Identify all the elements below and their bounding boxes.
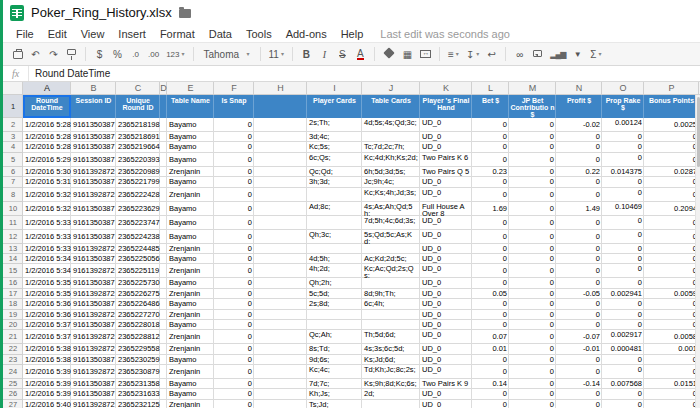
cell-O15[interactable]: 0 (602, 264, 644, 278)
row-header-3[interactable]: 3 (3, 132, 23, 142)
header-cell-E1[interactable]: Table Name (167, 95, 214, 118)
cell-J8[interactable]: Kc;Ks;4h;Jd;3s; (362, 188, 420, 202)
cell-L3[interactable]: 0 (472, 132, 509, 142)
cell-O13[interactable]: 0 (602, 244, 644, 254)
cell-E12[interactable]: Bayamo (167, 230, 214, 244)
row-header-27[interactable]: 27 (3, 400, 23, 408)
header-cell-M1[interactable]: JP Bet Contributio n $ (509, 95, 556, 118)
cell-I27[interactable]: Ts;Jd; (307, 400, 362, 408)
header-cell-F1[interactable]: Is Snap (214, 95, 254, 118)
cell-M4[interactable]: 0 (509, 142, 556, 152)
menu-file[interactable]: File (9, 28, 41, 40)
cell-E16[interactable]: Bayamo (167, 278, 214, 288)
cell-F8[interactable]: 0 (214, 188, 254, 202)
row-header-12[interactable]: 12 (3, 230, 23, 244)
cell-N23[interactable]: 0 (556, 355, 602, 365)
cell-C7[interactable]: 2365221799 (116, 177, 160, 187)
cell-L15[interactable]: 0 (472, 264, 509, 278)
cell-A8[interactable]: 1/2/2016 5:32: (23, 188, 71, 202)
vertical-align-button[interactable]: ↧▾ (463, 45, 482, 63)
cell-A25[interactable]: 1/2/2016 5:39: (23, 379, 71, 389)
row-header-20[interactable]: 20 (3, 320, 23, 330)
cell-A23[interactable]: 1/2/2016 5:38: (23, 355, 71, 365)
cell-P18[interactable]: 0 (644, 299, 699, 309)
cell-D15[interactable] (160, 264, 167, 278)
cell-L2[interactable]: 0 (472, 118, 509, 132)
cell-O22[interactable]: 0.000481 (602, 344, 644, 354)
cell-F26[interactable]: 0 (214, 389, 254, 399)
paint-format-button[interactable] (63, 45, 80, 63)
cell-A14[interactable]: 1/2/2016 5:34: (23, 254, 71, 264)
cell-O17[interactable]: 0.002941 (602, 289, 644, 299)
cell-O5[interactable]: 0 (602, 153, 644, 167)
cell-J20[interactable] (362, 320, 420, 330)
cell-P14[interactable]: 0 (644, 254, 699, 264)
cell-O4[interactable]: 0 (602, 142, 644, 152)
column-header-H[interactable]: H (254, 82, 307, 94)
header-cell-O1[interactable]: Prop Rake $ (602, 95, 644, 118)
cell-B18[interactable]: 9161350387 (71, 299, 116, 309)
merge-cells-button[interactable] (417, 45, 434, 63)
row-header-25[interactable]: 25 (3, 379, 23, 389)
cell-N21[interactable]: -0.07 (556, 330, 602, 344)
cell-H19[interactable] (254, 310, 307, 320)
cell-F11[interactable]: 0 (214, 216, 254, 230)
cell-C23[interactable]: 2365230259 (116, 355, 160, 365)
cell-K16[interactable]: UD_0 (420, 278, 472, 288)
cell-J13[interactable] (362, 244, 420, 254)
cell-C12[interactable]: 2365224238 (116, 230, 160, 244)
cell-A3[interactable]: 1/2/2016 5:28: (23, 132, 71, 142)
cell-L19[interactable]: 0 (472, 310, 509, 320)
cell-L14[interactable]: 0 (472, 254, 509, 264)
cell-P8[interactable]: 0 (644, 188, 699, 202)
cell-F24[interactable]: 0 (214, 365, 254, 379)
cell-D13[interactable] (160, 244, 167, 254)
cell-B19[interactable]: 9161392872 (71, 310, 116, 320)
cell-M14[interactable]: 0 (509, 254, 556, 264)
cell-C25[interactable]: 2365231358 (116, 379, 160, 389)
cell-D4[interactable] (160, 142, 167, 152)
cell-E26[interactable]: Bayamo (167, 389, 214, 399)
cell-M2[interactable]: 0 (509, 118, 556, 132)
cell-L22[interactable]: 0.01 (472, 344, 509, 354)
cell-D6[interactable] (160, 167, 167, 177)
strikethrough-button[interactable]: S (334, 45, 351, 63)
cell-B3[interactable]: 9161350387 (71, 132, 116, 142)
header-cell-L1[interactable]: Bet $ (472, 95, 509, 118)
cell-N13[interactable]: 0 (556, 244, 602, 254)
cell-J27[interactable] (362, 400, 420, 408)
cell-M5[interactable]: 0 (509, 153, 556, 167)
cell-H10[interactable] (254, 202, 307, 216)
column-header-F[interactable]: F (214, 82, 254, 94)
cell-E2[interactable]: Bayamo (167, 118, 214, 132)
cell-H4[interactable] (254, 142, 307, 152)
cell-F2[interactable]: 0 (214, 118, 254, 132)
column-header-L[interactable]: L (472, 82, 509, 94)
formula-input[interactable]: Round DateTime (29, 68, 110, 79)
cell-E21[interactable]: Zrenjanin (167, 330, 214, 344)
row-header-21[interactable]: 21 (3, 330, 23, 344)
cell-P12[interactable]: 0 (644, 230, 699, 244)
cell-J26[interactable]: 2d; (362, 389, 420, 399)
vertical-scrollbar[interactable] (695, 95, 700, 408)
cell-N17[interactable]: -0.05 (556, 289, 602, 299)
cell-O12[interactable]: 0 (602, 230, 644, 244)
cell-I23[interactable]: 9d;6s; (307, 355, 362, 365)
cell-E27[interactable]: Zrenjanin (167, 400, 214, 408)
cell-L26[interactable]: 0 (472, 389, 509, 399)
cell-M25[interactable]: 0 (509, 379, 556, 389)
cell-C22[interactable]: 2365229558 (116, 344, 160, 354)
cell-O8[interactable]: 0 (602, 188, 644, 202)
cell-J23[interactable]: Ks;Jd;6d; (362, 355, 420, 365)
filter-button[interactable]: ▼ (569, 45, 586, 63)
cell-P17[interactable]: 0.0059 (644, 289, 699, 299)
cell-N14[interactable]: 0 (556, 254, 602, 264)
cell-H14[interactable] (254, 254, 307, 264)
cell-N19[interactable]: 0 (556, 310, 602, 320)
cell-P23[interactable]: 0 (644, 355, 699, 365)
cell-B20[interactable]: 9161350387 (71, 320, 116, 330)
cell-E6[interactable]: Zrenjanin (167, 167, 214, 177)
cell-P4[interactable]: 0 (644, 142, 699, 152)
cell-M6[interactable]: 0 (509, 167, 556, 177)
cell-N4[interactable]: 0 (556, 142, 602, 152)
